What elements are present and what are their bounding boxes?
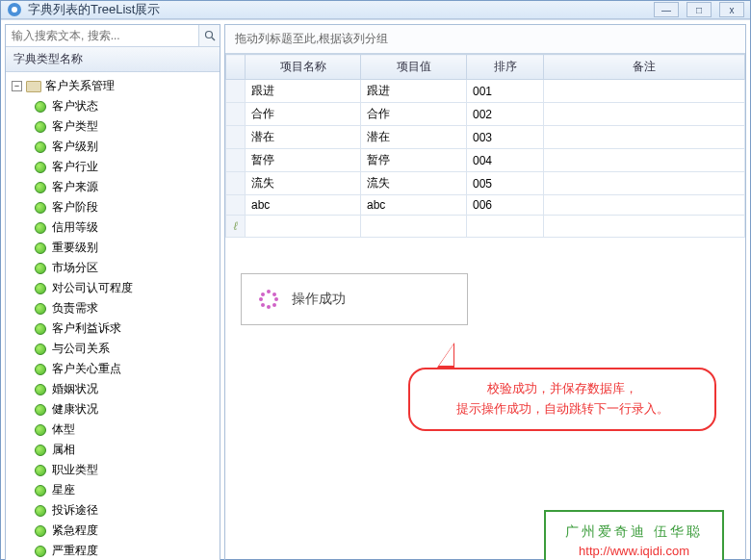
tree-item-label: 客户级别 (52, 139, 98, 155)
cell-value[interactable]: 跟进 (361, 80, 467, 103)
edit-cell-value[interactable] (361, 216, 467, 238)
tree-header[interactable]: 字典类型名称 (6, 47, 220, 72)
callout-line2: 提示操作成功，自动跳转下一行录入。 (427, 399, 697, 420)
tree-item[interactable]: 重要级别 (35, 238, 218, 258)
cell-value[interactable]: 暂停 (361, 149, 467, 172)
col-sort[interactable]: 排序 (467, 55, 544, 80)
row-indicator[interactable] (226, 80, 246, 103)
left-panel: 字典类型名称 − 客户关系管理 客户状态客户类型客户级别客户行业客户来源客户阶段… (5, 24, 220, 560)
cell-name[interactable]: 跟进 (246, 80, 361, 103)
tree-item[interactable]: 严重程度 (35, 541, 218, 560)
minimize-button[interactable]: — (654, 2, 679, 17)
search-button[interactable] (198, 25, 220, 46)
cell-name[interactable]: abc (246, 195, 361, 216)
tree-item[interactable]: 客户阶段 (35, 197, 218, 217)
status-dot-icon (35, 162, 46, 173)
tree-item[interactable]: 星座 (35, 480, 218, 500)
tree-item-label: 客户行业 (52, 159, 98, 175)
tree-item[interactable]: 客户利益诉求 (35, 318, 218, 339)
callout-pointer-icon (437, 343, 454, 368)
col-name[interactable]: 项目名称 (246, 55, 361, 80)
close-button[interactable]: x (719, 2, 744, 17)
cell-sort[interactable]: 004 (467, 149, 544, 172)
row-indicator[interactable] (226, 149, 246, 172)
table-row[interactable]: 跟进跟进001 (226, 80, 745, 103)
tree-item[interactable]: 与公司关系 (35, 339, 218, 359)
tree-root-node[interactable]: − 客户关系管理 (8, 76, 218, 96)
tree-item-label: 客户利益诉求 (52, 320, 121, 337)
cell-remark[interactable] (544, 149, 745, 172)
tree-item[interactable]: 客户行业 (35, 157, 218, 177)
edit-cell-name[interactable] (246, 216, 361, 238)
new-row[interactable]: ℓ (226, 216, 745, 238)
collapse-icon[interactable]: − (12, 81, 22, 91)
tree-item[interactable]: 客户关心重点 (35, 359, 218, 379)
cell-name[interactable]: 合作 (246, 103, 361, 126)
footer-author: 广州爱奇迪 伍华聪 (565, 522, 703, 542)
tree-item[interactable]: 职业类型 (35, 460, 218, 480)
tree-item[interactable]: 客户类型 (35, 116, 218, 137)
tree-item[interactable]: 体型 (35, 420, 218, 440)
tree-item-label: 对公司认可程度 (52, 280, 133, 296)
status-dot-icon (35, 121, 46, 133)
data-grid[interactable]: 项目名称 项目值 排序 备注 跟进跟进001合作合作002潜在潜在003暂停暂停… (225, 54, 745, 238)
row-indicator[interactable] (226, 172, 246, 195)
cell-name[interactable]: 潜在 (246, 126, 361, 149)
table-row[interactable]: 潜在潜在003 (226, 126, 745, 149)
cell-sort[interactable]: 006 (467, 195, 544, 216)
footer-url[interactable]: http://www.iqidi.com (565, 542, 703, 561)
cell-sort[interactable]: 003 (467, 126, 544, 149)
tree-item[interactable]: 负责需求 (35, 298, 218, 318)
tree-item-label: 客户关心重点 (52, 361, 121, 377)
new-name-input[interactable] (251, 218, 354, 234)
window-body: 字典类型名称 − 客户关系管理 客户状态客户类型客户级别客户行业客户来源客户阶段… (1, 19, 750, 560)
table-row[interactable]: abcabc006 (226, 195, 745, 216)
cell-sort[interactable]: 005 (467, 172, 544, 195)
cell-sort[interactable]: 001 (467, 80, 544, 103)
row-indicator[interactable] (226, 103, 246, 126)
cell-name[interactable]: 流失 (246, 172, 361, 195)
cell-remark[interactable] (544, 80, 745, 103)
search-input[interactable] (6, 25, 198, 46)
row-selector-header[interactable] (226, 55, 246, 80)
status-dot-icon (35, 485, 46, 496)
cell-value[interactable]: 潜在 (361, 126, 467, 149)
tree-item[interactable]: 客户状态 (35, 96, 218, 116)
table-row[interactable]: 合作合作002 (226, 103, 745, 126)
tree[interactable]: − 客户关系管理 客户状态客户类型客户级别客户行业客户来源客户阶段信用等级重要级… (6, 72, 220, 560)
cell-value[interactable]: 流失 (361, 172, 467, 195)
tree-item[interactable]: 投诉途径 (35, 500, 218, 521)
table-row[interactable]: 暂停暂停004 (226, 149, 745, 172)
col-value[interactable]: 项目值 (361, 55, 467, 80)
table-row[interactable]: 流失流失005 (226, 172, 745, 195)
tree-item[interactable]: 客户级别 (35, 137, 218, 157)
toast-text: 操作成功 (292, 291, 346, 308)
cell-remark[interactable] (544, 195, 745, 216)
group-by-bar[interactable]: 拖动列标题至此,根据该列分组 (225, 25, 745, 54)
cell-value[interactable]: abc (361, 195, 467, 216)
row-indicator[interactable] (226, 195, 246, 216)
tree-item[interactable]: 紧急程度 (35, 521, 218, 541)
tree-item[interactable]: 属相 (35, 440, 218, 460)
titlebar[interactable]: 字典列表的TreeList展示 — □ x (1, 1, 750, 19)
status-dot-icon (35, 101, 46, 113)
status-dot-icon (35, 344, 46, 355)
col-remark[interactable]: 备注 (544, 55, 745, 80)
tree-item[interactable]: 健康状况 (35, 399, 218, 420)
callout-box: 校验成功，并保存数据库， 提示操作成功，自动跳转下一行录入。 (408, 368, 716, 431)
tree-item[interactable]: 客户来源 (35, 177, 218, 197)
tree-item[interactable]: 信用等级 (35, 217, 218, 238)
cell-remark[interactable] (544, 103, 745, 126)
row-indicator[interactable] (226, 126, 246, 149)
cell-sort[interactable]: 002 (467, 103, 544, 126)
edit-cell-sort[interactable] (467, 216, 544, 238)
tree-item[interactable]: 对公司认可程度 (35, 278, 218, 298)
edit-cell-remark[interactable] (544, 216, 745, 238)
maximize-button[interactable]: □ (686, 2, 712, 17)
cell-remark[interactable] (544, 172, 745, 195)
cell-remark[interactable] (544, 126, 745, 149)
cell-value[interactable]: 合作 (361, 103, 467, 126)
tree-item[interactable]: 婚姻状况 (35, 379, 218, 399)
cell-name[interactable]: 暂停 (246, 149, 361, 172)
tree-item[interactable]: 市场分区 (35, 258, 218, 278)
